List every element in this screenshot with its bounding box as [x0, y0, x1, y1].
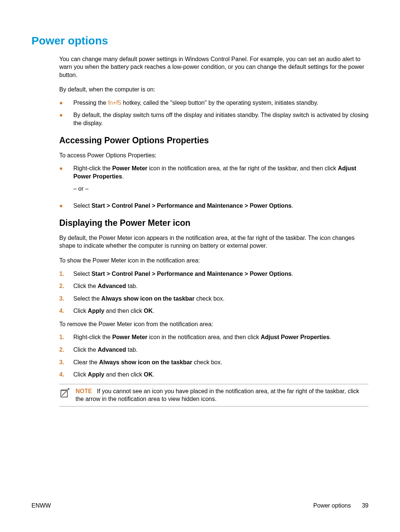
number-marker: 3.	[59, 295, 73, 303]
text: Select	[73, 203, 91, 209]
sec2-lead2: To show the Power Meter icon in the noti…	[59, 257, 369, 265]
text: By default, the display switch turns off…	[73, 111, 369, 127]
bold-text: Power Meter	[112, 334, 147, 340]
text: .	[291, 203, 293, 209]
note-text: If you cannot see an icon you have place…	[76, 388, 359, 402]
list-item: 4.Click Apply and then click OK.	[59, 307, 369, 315]
section-heading-2: Displaying the Power Meter icon	[59, 217, 369, 229]
list-item: 2.Click the Advanced tab.	[59, 282, 369, 290]
footer-left: ENWW	[31, 502, 51, 510]
list-item: ● Pressing the fn+f5 hotkey, called the …	[59, 99, 369, 107]
list-item: ● By default, the display switch turns o…	[59, 111, 369, 127]
number-marker: 1.	[59, 270, 73, 278]
bold-text: Apply	[88, 308, 104, 314]
sec2-p1: By default, the Power Meter icon appears…	[59, 234, 369, 250]
text: and then click	[104, 371, 144, 378]
text: Right-click the	[73, 165, 112, 171]
text: check box.	[194, 295, 224, 302]
sec1-lead: To access Power Options Properties:	[59, 151, 369, 160]
note-box: NOTE If you cannot see an icon you have …	[59, 384, 369, 406]
text: tab.	[126, 347, 137, 353]
text: Pressing the	[73, 100, 108, 106]
bold-text: Start > Control Panel > Performance and …	[91, 271, 291, 277]
number-marker: 2.	[59, 346, 73, 354]
bullet-icon: ●	[59, 99, 73, 107]
bold-text: Advanced	[98, 347, 126, 353]
list-item: 1.Select Start > Control Panel > Perform…	[59, 270, 369, 278]
text: icon in the notification area, and then …	[147, 334, 261, 340]
bold-text: Advanced	[98, 283, 126, 289]
text: .	[330, 334, 331, 340]
bullet-icon: ●	[59, 164, 73, 173]
list-item: 1.Right-click the Power Meter icon in th…	[59, 333, 369, 341]
text: Click	[73, 371, 88, 378]
text: .	[153, 308, 154, 314]
section-heading-1: Accessing Power Options Properties	[59, 135, 369, 146]
footer-section-label: Power options	[313, 502, 351, 510]
text: .	[291, 271, 293, 277]
lead-1: By default, when the computer is on:	[59, 86, 369, 94]
list-item: 4.Click Apply and then click OK.	[59, 371, 369, 379]
text: Clear the	[73, 359, 99, 365]
list-item: ● Right-click the Power Meter icon in th…	[59, 164, 369, 197]
number-marker: 1.	[59, 333, 73, 341]
bullet-icon: ●	[59, 202, 73, 210]
page-title: Power options	[31, 33, 369, 48]
bullet-list-1: ● Pressing the fn+f5 hotkey, called the …	[59, 99, 369, 127]
text: .	[153, 371, 154, 378]
sec2-lead3: To remove the Power Meter icon from the …	[59, 320, 369, 328]
text: tab.	[126, 283, 137, 289]
bold-text: Apply	[88, 371, 104, 378]
numbered-list-remove: 1.Right-click the Power Meter icon in th…	[59, 333, 369, 378]
bullet-icon: ●	[59, 111, 73, 119]
text: icon in the notification area, at the fa…	[147, 165, 338, 171]
text: Right-click the	[73, 334, 112, 340]
text: check box.	[192, 359, 222, 365]
text: and then click	[104, 308, 144, 314]
intro-paragraph: You can change many default power settin…	[59, 55, 369, 79]
number-marker: 2.	[59, 282, 73, 290]
text: Select	[73, 271, 91, 277]
bullet-list-2: ● Right-click the Power Meter icon in th…	[59, 164, 369, 210]
bold-text: Adjust Power Properties	[261, 334, 330, 340]
number-marker: 3.	[59, 358, 73, 367]
bold-text: Power Meter	[112, 165, 147, 171]
bold-text: OK	[144, 371, 153, 378]
bold-text: Always show icon on the taskbar	[99, 359, 192, 365]
number-marker: 4.	[59, 371, 73, 379]
text: Select the	[73, 295, 101, 302]
text: Click	[73, 308, 88, 314]
note-label: NOTE	[76, 388, 92, 394]
bold-text: Always show icon on the taskbar	[101, 295, 195, 302]
text: Click the	[73, 347, 98, 353]
hotkey-text: fn+f5	[108, 100, 121, 106]
bold-text: OK	[144, 308, 153, 314]
note-icon	[59, 387, 70, 401]
bold-text: Start > Control Panel > Performance and …	[91, 203, 291, 209]
or-separator: – or –	[73, 185, 369, 193]
list-item: 3.Clear the Always show icon on the task…	[59, 358, 369, 367]
page-number: 39	[362, 502, 369, 510]
text: Click the	[73, 283, 98, 289]
number-marker: 4.	[59, 307, 73, 315]
text: .	[122, 173, 124, 180]
list-item: 2.Click the Advanced tab.	[59, 346, 369, 354]
list-item: ● Select Start > Control Panel > Perform…	[59, 202, 369, 210]
text: hotkey, called the "sleep button" by the…	[121, 100, 318, 106]
page-footer: ENWW Power options 39	[31, 502, 369, 510]
list-item: 3.Select the Always show icon on the tas…	[59, 295, 369, 303]
numbered-list-show: 1.Select Start > Control Panel > Perform…	[59, 270, 369, 315]
